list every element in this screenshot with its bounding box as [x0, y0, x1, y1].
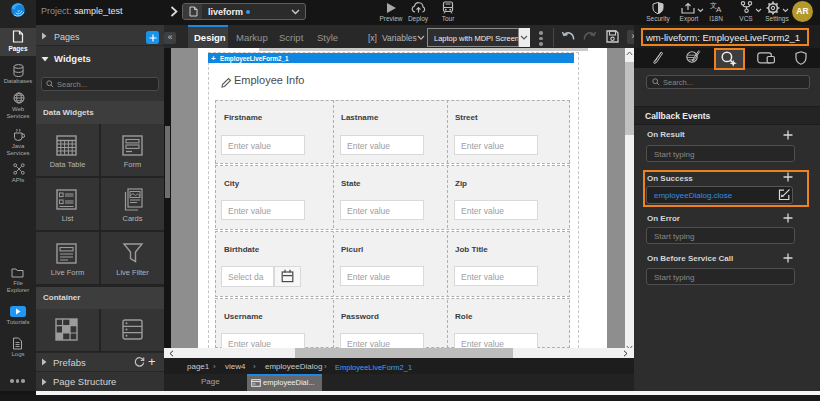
svg-text:A: A	[716, 5, 722, 13]
